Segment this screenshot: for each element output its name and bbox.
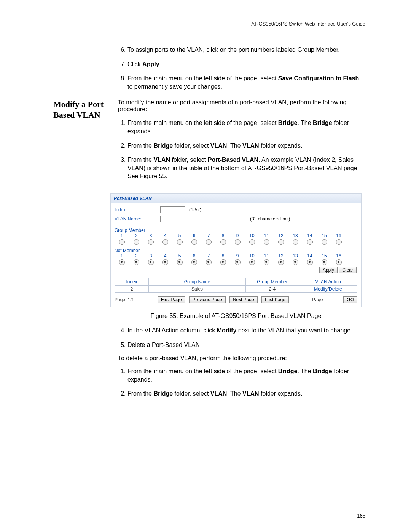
group-member-label: Group Member — [115, 228, 361, 233]
not-member-radio[interactable] — [336, 259, 342, 265]
group-member-radio[interactable] — [322, 239, 327, 245]
port-num: 12 — [278, 233, 283, 238]
vlan-table: Index Group Name Group Member VLAN Actio… — [115, 278, 357, 293]
port-num: 8 — [222, 233, 225, 238]
port-num: 10 — [249, 253, 254, 259]
not-member-row: 1 2 3 4 5 6 7 8 9 10 11 12 13 14 15 16 — [111, 253, 361, 266]
port-num: 7 — [207, 253, 210, 259]
pager-go-input[interactable] — [325, 296, 341, 304]
last-page-button[interactable]: Last Page — [261, 296, 289, 303]
step-4: In the VLAN Action column, click Modify … — [127, 326, 365, 335]
cell-name: Sales — [149, 285, 246, 292]
not-member-radio[interactable] — [177, 259, 183, 265]
not-member-label: Not Member — [115, 248, 361, 253]
delete-link[interactable]: Delete — [329, 286, 342, 292]
group-member-radio[interactable] — [119, 239, 125, 245]
index-input[interactable] — [160, 206, 185, 213]
table-row: 2 Sales 2-4 Modify/Delete — [115, 285, 357, 292]
group-member-radio[interactable] — [162, 239, 168, 245]
port-num: 5 — [178, 253, 181, 259]
group-member-radio[interactable] — [293, 239, 298, 245]
not-member-radio[interactable] — [249, 259, 255, 265]
port-num: 11 — [264, 233, 269, 238]
cell-index: 2 — [115, 285, 149, 292]
index-hint: (1-52) — [189, 207, 201, 212]
port-num: 9 — [236, 233, 239, 238]
port-num: 13 — [293, 233, 298, 238]
apply-button[interactable]: Apply — [319, 267, 338, 273]
not-member-radio[interactable] — [162, 259, 168, 265]
port-num: 2 — [135, 233, 138, 238]
go-button[interactable]: GO — [343, 296, 357, 303]
pager-go-label: Page — [312, 297, 323, 302]
top-steps-list: To assign ports to the VLAN, click on th… — [118, 46, 365, 91]
not-member-radio[interactable] — [206, 259, 212, 265]
index-label: Index: — [115, 207, 160, 212]
not-member-radio[interactable] — [307, 259, 313, 265]
not-member-radio[interactable] — [220, 259, 226, 265]
group-member-radio[interactable] — [307, 239, 313, 245]
group-member-radio[interactable] — [249, 239, 255, 245]
document-page: AT-GS950/16PS Switch Web Interface User'… — [0, 0, 411, 532]
port-num: 2 — [135, 253, 138, 259]
modify-link[interactable]: Modify — [314, 286, 327, 292]
not-member-radio[interactable] — [148, 259, 154, 265]
delete-intro: To delete a port-based VLAN, perform the… — [118, 355, 365, 362]
group-member-radio[interactable] — [336, 239, 342, 245]
col-index: Index — [115, 278, 149, 285]
group-member-radio[interactable] — [148, 239, 154, 245]
header-guide-title: AT-GS950/16PS Switch Web Interface User'… — [53, 21, 365, 27]
section-heading: Modify a Port-Based VLAN — [53, 99, 118, 187]
group-member-radio[interactable] — [191, 239, 197, 245]
section-intro: To modify the name or port assignments o… — [118, 99, 365, 113]
col-group-name: Group Name — [149, 278, 246, 285]
cell-member: 2-4 — [245, 285, 299, 292]
port-num: 1 — [121, 233, 123, 238]
not-member-radio[interactable] — [119, 259, 125, 265]
vlan-name-input[interactable] — [160, 216, 246, 222]
group-member-radio[interactable] — [220, 239, 226, 245]
port-num: 4 — [164, 253, 167, 259]
port-num: 16 — [336, 233, 341, 238]
group-member-row: 1 2 3 4 5 6 7 8 9 10 11 12 13 14 15 16 — [111, 233, 361, 246]
vlan-panel: Port-Based VLAN Index: (1-52) VLAN Name:… — [110, 193, 362, 307]
delete-step-1: From the main menu on the left side of t… — [127, 367, 365, 383]
clear-button[interactable]: Clear — [339, 267, 357, 273]
not-member-radio[interactable] — [191, 259, 197, 265]
group-member-radio[interactable] — [134, 239, 139, 245]
col-group-member: Group Member — [245, 278, 299, 285]
vlan-name-label: VLAN Name: — [115, 216, 160, 222]
port-num: 7 — [207, 233, 210, 238]
modify-steps: From the main menu on the left side of t… — [118, 119, 365, 181]
next-page-button[interactable]: Next Page — [229, 296, 258, 303]
port-num: 4 — [164, 233, 167, 238]
port-num: 3 — [150, 253, 152, 259]
pager-page-value: 1/1 — [128, 297, 134, 302]
not-member-radio[interactable] — [235, 259, 241, 265]
vlan-name-hint: (32 characters limit) — [250, 216, 290, 222]
port-num: 3 — [150, 233, 152, 238]
group-member-radio[interactable] — [177, 239, 183, 245]
group-member-radio[interactable] — [278, 239, 284, 245]
not-member-radio[interactable] — [293, 259, 298, 265]
port-num: 6 — [193, 233, 196, 238]
prev-page-button[interactable]: Previous Page — [189, 296, 226, 303]
not-member-radio[interactable] — [322, 259, 327, 265]
modify-step-1: From the main menu on the left side of t… — [127, 119, 365, 135]
step-6: To assign ports to the VLAN, click on th… — [127, 46, 365, 54]
first-page-button[interactable]: First Page — [158, 296, 185, 303]
port-num: 9 — [236, 253, 239, 259]
not-member-radio[interactable] — [134, 259, 139, 265]
figure-caption: Figure 55. Example of AT-GS950/16PS Port… — [110, 313, 362, 320]
not-member-radio[interactable] — [264, 259, 269, 265]
group-member-radio[interactable] — [206, 239, 212, 245]
group-member-radio[interactable] — [264, 239, 269, 245]
port-num: 15 — [322, 253, 327, 259]
port-num: 13 — [293, 253, 298, 259]
step-5: Delete a Port-Based VLAN — [127, 341, 365, 349]
panel-title: Port-Based VLAN — [111, 194, 361, 203]
group-member-radio[interactable] — [235, 239, 241, 245]
port-num: 10 — [249, 233, 254, 238]
step-7: Click Apply. — [127, 60, 365, 69]
not-member-radio[interactable] — [278, 259, 284, 265]
